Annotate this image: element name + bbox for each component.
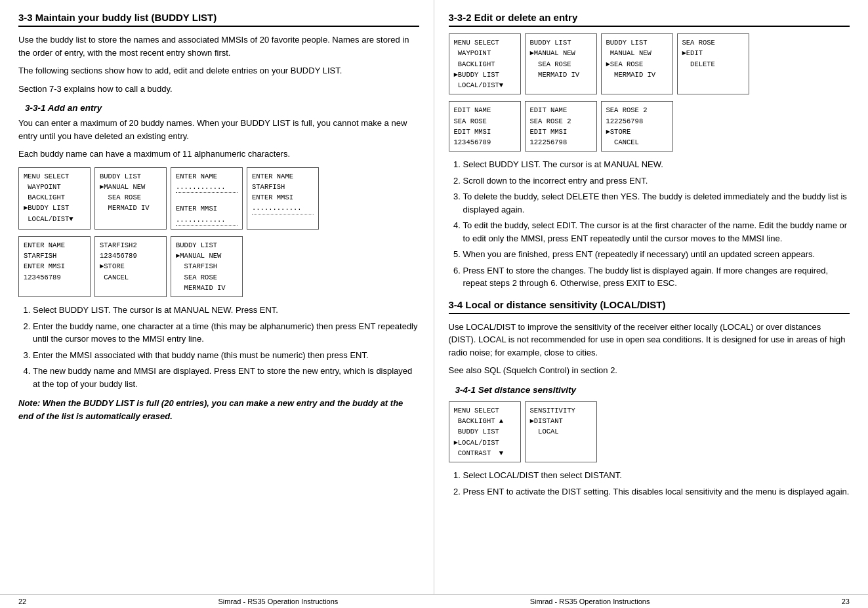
- subsection2-title: 3-4-1 Set distance sensitivity: [455, 385, 850, 395]
- footer-page-right: 23: [842, 598, 850, 605]
- screen-box-2-2: STARFISH2 123456789 ►STORE CANCEL: [94, 236, 167, 297]
- intro-para-1: Use the buddy list to store the names an…: [18, 33, 419, 59]
- edit-step-1: Select BUDDY LIST. The cursor is at MANU…: [463, 158, 850, 171]
- step-1: Select BUDDY LIST. The cursor is at MANU…: [33, 304, 419, 317]
- left-column: 3-3 Maintain your buddy list (BUDDY LIST…: [0, 0, 434, 608]
- sub1-para1: You can enter a maximum of 20 buddy name…: [18, 117, 419, 142]
- sensitivity-steps-list: Select LOCAL/DIST then select DISTANT. P…: [463, 469, 850, 498]
- edit-screen-1-2: BUDDY LIST ►MANUAL NEW SEA ROSE MERMAID …: [525, 33, 597, 94]
- edit-screen-1-1: MENU SELECT WAYPOINT BACKLIGHT ►BUDDY LI…: [449, 33, 521, 94]
- right-column: 3-3-2 Edit or delete an entry MENU SELEC…: [434, 0, 869, 608]
- edit-step-3: To delete the buddy, select DELETE then …: [463, 190, 850, 216]
- sensitivity-step-2: Press ENT to activate the DIST setting. …: [463, 485, 850, 498]
- edit-step-6: Press ENT to store the changes. The budd…: [463, 264, 850, 290]
- intro-para-2: The following sections show how to add, …: [18, 64, 419, 77]
- screen-row-1: MENU SELECT WAYPOINT BACKLIGHT ►BUDDY LI…: [18, 167, 419, 230]
- intro-para-3: Section 7-3 explains how to call a buddy…: [18, 83, 419, 96]
- sensitivity-screen-row: MENU SELECT BACKLIGHT ▲ BUDDY LIST ►LOCA…: [449, 401, 850, 462]
- subsection1-title: 3-3-1 Add an entry: [25, 103, 419, 113]
- edit-steps-list: Select BUDDY LIST. The cursor is at MANU…: [463, 158, 850, 290]
- screen-box-1-4: ENTER NAME STARFISH ENTER MMSI .........…: [247, 167, 319, 230]
- screen-row-2: ENTER NAME STARFISH ENTER MMSI 123456789…: [18, 236, 419, 297]
- footer-page-left: 22: [18, 598, 26, 605]
- sub1-para2: Each buddy name can have a maximum of 11…: [18, 148, 419, 161]
- footer-bar: 22 Simrad - RS35 Operation Instructions …: [0, 594, 868, 608]
- sensitivity-step-1: Select LOCAL/DIST then select DISTANT.: [463, 469, 850, 482]
- footer-brand-left: Simrad - RS35 Operation Instructions: [218, 598, 339, 605]
- footer-brand-right: Simrad - RS35 Operation Instructions: [530, 598, 650, 605]
- edit-screen-row-1: MENU SELECT WAYPOINT BACKLIGHT ►BUDDY LI…: [449, 33, 850, 94]
- edit-screen-1-4: SEA ROSE ►EDIT DELETE: [677, 33, 749, 94]
- sensitivity-screen-2: SENSITIVITY ►DISTANT LOCAL: [525, 401, 597, 462]
- screen-box-1-3: ENTER NAME ............ ENTER MMSI .....…: [171, 167, 243, 230]
- edit-step-2: Scroll down to the incorrect entry and p…: [463, 174, 850, 188]
- screen-box-2-3: BUDDY LIST ►MANUAL NEW STARFISH SEA ROSE…: [171, 236, 243, 297]
- edit-step-4: To edit the buddy, select EDIT. The curs…: [463, 219, 850, 245]
- edit-screen-2-1: EDIT NAME SEA ROSE EDIT MMSI 123456789: [449, 101, 521, 152]
- screen-box-1-1: MENU SELECT WAYPOINT BACKLIGHT ►BUDDY LI…: [18, 167, 91, 230]
- sec2-para2: See also SQL (Squelch Control) in sectio…: [449, 364, 850, 377]
- edit-screen-1-3: BUDDY LIST MANUAL NEW ►SEA ROSE MERMAID …: [601, 33, 673, 94]
- step-4: The new buddy name and MMSI are displaye…: [33, 365, 419, 390]
- edit-screen-2-2: EDIT NAME SEA ROSE 2 EDIT MMSI 122256798: [525, 101, 597, 152]
- screen-box-1-2: BUDDY LIST ►MANUAL NEW SEA ROSE MERMAID …: [94, 167, 167, 230]
- section2-title: 3-4 Local or distance sensitivity (LOCAL…: [449, 299, 850, 314]
- add-entry-steps: Select BUDDY LIST. The cursor is at MANU…: [33, 304, 419, 390]
- left-section-title: 3-3 Maintain your buddy list (BUDDY LIST…: [18, 12, 419, 27]
- step-2: Enter the buddy name, one character at a…: [33, 320, 419, 346]
- right-section-title: 3-3-2 Edit or delete an entry: [449, 12, 850, 27]
- edit-step-5: When you are finished, press ENT (repeat…: [463, 248, 850, 261]
- sensitivity-screen-1: MENU SELECT BACKLIGHT ▲ BUDDY LIST ►LOCA…: [449, 401, 521, 462]
- edit-screen-2-3: SEA ROSE 2 122256798 ►STORE CANCEL: [601, 101, 673, 152]
- step-3: Enter the MMSI associated with that budd…: [33, 349, 419, 362]
- sec2-para1: Use LOCAL/DIST to improve the sensitivit…: [449, 321, 850, 359]
- note-text: Note: When the BUDDY LIST is full (20 en…: [18, 397, 419, 422]
- screen-box-2-1: ENTER NAME STARFISH ENTER MMSI 123456789: [18, 236, 91, 297]
- edit-screen-row-2: EDIT NAME SEA ROSE EDIT MMSI 123456789 E…: [449, 101, 850, 152]
